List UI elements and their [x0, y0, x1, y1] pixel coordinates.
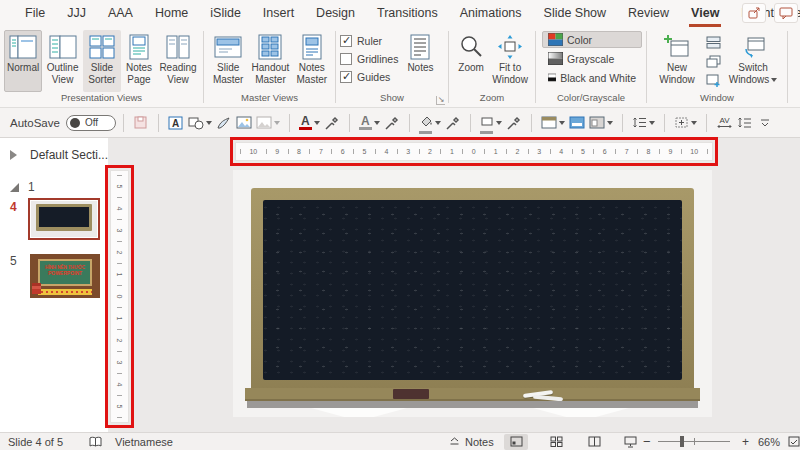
checkbox-label: Guides — [357, 71, 390, 83]
text-outline-button[interactable]: A — [357, 112, 382, 134]
move-split-button[interactable] — [703, 72, 723, 89]
shape-fill-eyedropper-button[interactable] — [443, 112, 463, 134]
menu-tab-aaa[interactable]: AAA — [97, 0, 144, 27]
new-window-button[interactable]: New Window — [653, 30, 701, 92]
button-label: Outline View — [45, 62, 80, 85]
menu-tab-jjj[interactable]: JJJ — [56, 0, 97, 27]
shapes-button[interactable] — [186, 112, 214, 134]
shape-outline-button[interactable] — [478, 112, 504, 134]
show-dialog-launcher[interactable]: ↘ — [436, 96, 445, 105]
fill-bucket-icon — [419, 116, 433, 126]
zoom-button[interactable]: Zoom — [453, 30, 489, 92]
menu-tab-review[interactable]: Review — [617, 0, 680, 27]
slide-4-thumbnail[interactable] — [28, 198, 100, 240]
show-notes-button[interactable]: Notes — [402, 30, 438, 92]
minus-icon: − — [643, 434, 651, 449]
slide-master-button[interactable]: Slide Master — [208, 30, 248, 92]
slide-1-row[interactable]: 1 — [10, 180, 35, 194]
section-header[interactable]: Default Secti... — [10, 148, 108, 162]
notes-master-button[interactable]: Notes Master — [293, 30, 331, 92]
eraser — [393, 389, 429, 399]
autosave-toggle[interactable]: AutoSave Off — [10, 115, 116, 131]
reading-view-button[interactable]: Reading View — [157, 30, 199, 92]
text-box-button[interactable]: A — [166, 112, 186, 134]
normal-view-button[interactable]: Normal — [4, 30, 42, 92]
ink-button[interactable] — [214, 112, 234, 134]
qat-overflow-button[interactable] — [755, 112, 775, 134]
slide-sorter-button[interactable]: Slide Sorter — [83, 30, 121, 92]
picture-button[interactable] — [234, 112, 254, 134]
zoom-slider[interactable] — [658, 433, 730, 450]
zoom-in-button[interactable]: + — [742, 433, 749, 450]
plus-icon: + — [742, 435, 749, 449]
save-button[interactable] — [131, 112, 151, 134]
shape-outline-eyedropper-button[interactable] — [504, 112, 524, 134]
status-normal-view-button[interactable] — [504, 434, 528, 450]
chevron-down-icon — [435, 121, 441, 128]
window-preview-button[interactable] — [539, 112, 567, 134]
gridlines-checkbox[interactable]: Gridlines — [340, 53, 398, 65]
window-layout-button[interactable] — [587, 112, 615, 134]
menu-tab-view[interactable]: View — [680, 0, 730, 27]
status-slide-sorter-button[interactable] — [544, 434, 568, 450]
cascade-button[interactable] — [703, 53, 723, 70]
grayscale-button[interactable]: Grayscale — [542, 50, 642, 67]
status-slideshow-button[interactable] — [618, 434, 642, 450]
menu-tab-slide-show[interactable]: Slide Show — [533, 0, 618, 27]
group-label: Window — [647, 92, 787, 107]
ruler-checkbox[interactable]: Ruler — [340, 35, 398, 47]
button-label: Switch Windows — [729, 62, 770, 85]
status-reading-view-button[interactable] — [582, 434, 606, 450]
line-spacing-icon — [632, 116, 647, 129]
arrange-all-button[interactable] — [703, 34, 723, 51]
menu-tab-insert[interactable]: Insert — [252, 0, 305, 27]
zoom-slider-handle[interactable] — [680, 436, 684, 447]
handout-master-button[interactable]: Handout Master — [248, 30, 292, 92]
fit-slide-button[interactable] — [788, 433, 800, 450]
menu-tab-design[interactable]: Design — [305, 0, 366, 27]
fit-to-window-button[interactable]: Fit to Window — [489, 30, 531, 92]
normal-view-icon — [9, 34, 37, 60]
color-button[interactable]: Color — [542, 31, 642, 48]
titlebar-icons — [742, 3, 798, 23]
menu-tab-transitions[interactable]: Transitions — [366, 0, 449, 27]
zoom-percentage[interactable]: 66% — [758, 433, 780, 450]
toggle-knob-icon — [70, 118, 80, 128]
outline-view-button[interactable]: Outline View — [42, 30, 83, 92]
chevron-down-icon — [607, 121, 613, 128]
eyedropper-icon — [385, 116, 399, 130]
checkbox-checked-icon — [340, 35, 352, 47]
notes-toggle-button[interactable]: Notes — [448, 433, 494, 450]
character-spacing-button[interactable]: AV — [714, 112, 735, 134]
paragraph-spacing-button[interactable] — [735, 112, 755, 134]
font-color-button[interactable]: A — [297, 112, 322, 134]
distribute-button[interactable] — [672, 112, 699, 134]
svg-text:AV: AV — [719, 116, 730, 125]
text-outline-eyedropper-button[interactable] — [382, 112, 402, 134]
linked-picture-button[interactable] — [254, 112, 282, 134]
font-color-eyedropper-button[interactable] — [322, 112, 342, 134]
notes-page-button[interactable]: Notes Page — [121, 30, 157, 92]
spell-check-button[interactable] — [88, 433, 103, 450]
switch-windows-button[interactable]: Switch Windows — [725, 30, 781, 92]
slide-5-thumbnail[interactable]: HÌNH NỀN THƯỚC POWERPOINT — [30, 254, 100, 298]
menu-tab-islide[interactable]: iSlide — [199, 0, 252, 27]
zoom-out-button[interactable]: − — [643, 433, 651, 450]
shape-fill-button[interactable] — [417, 112, 443, 134]
grayscale-swatch-icon — [548, 52, 563, 65]
line-spacing-button[interactable] — [630, 112, 657, 134]
share-button[interactable] — [742, 3, 766, 23]
black-and-white-button[interactable]: Black and White — [542, 69, 642, 86]
button-label: Notes — [407, 62, 433, 74]
comments-button[interactable] — [774, 3, 798, 23]
slide-canvas[interactable] — [233, 170, 712, 417]
language-indicator[interactable]: Vietnamese — [115, 433, 173, 450]
guides-checkbox[interactable]: Guides — [340, 71, 398, 83]
menu-tab-home[interactable]: Home — [144, 0, 199, 27]
window-blue-button[interactable] — [567, 112, 587, 134]
annotation-box-vertical-ruler — [105, 165, 134, 428]
qat-divider — [123, 114, 124, 132]
menu-tab-file[interactable]: File — [14, 0, 56, 27]
menu-tab-animations[interactable]: Animations — [449, 0, 533, 27]
slide-number: 5 — [10, 254, 17, 268]
